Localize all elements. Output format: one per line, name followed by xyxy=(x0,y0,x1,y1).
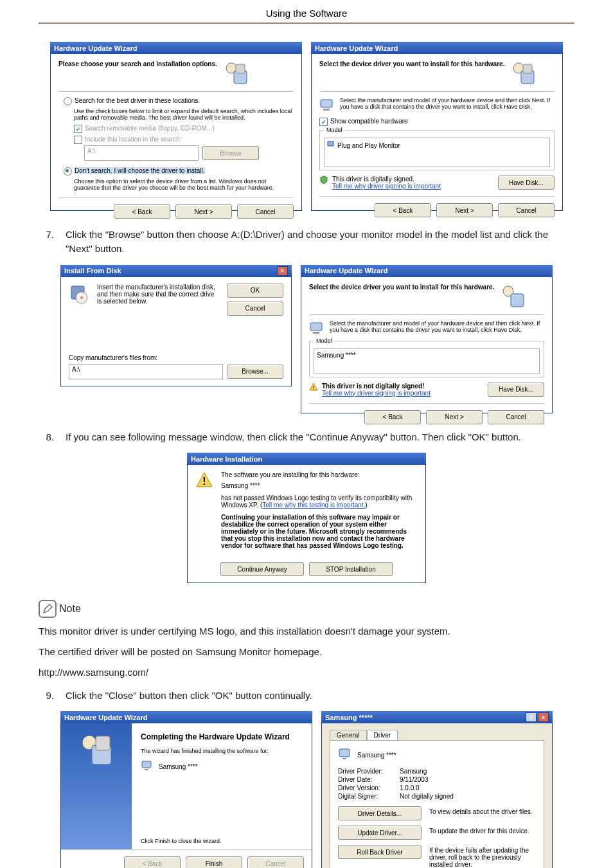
window-title: Hardware Update Wizard xyxy=(64,714,148,721)
radio-dont-search-label: Don't search. I will choose the driver t… xyxy=(75,167,205,174)
path-input[interactable]: A:\ xyxy=(84,145,199,161)
monitor-icon xyxy=(338,747,352,763)
note-url: http://www.samsung.com/ xyxy=(39,665,574,680)
driver-instruction: Select the manufacturer and model of you… xyxy=(340,97,555,113)
signer-value: Not digitally signed xyxy=(400,793,454,800)
titlebar: Hardware Update Wizard xyxy=(311,42,563,54)
signer-label: Digital Signer: xyxy=(338,793,393,800)
date-value: 9/11/2003 xyxy=(400,776,429,783)
browse-button[interactable]: Browse xyxy=(202,146,259,160)
svg-rect-24 xyxy=(342,758,346,759)
model-item[interactable]: Plug and Play Monitor xyxy=(337,142,400,149)
svg-rect-7 xyxy=(323,109,330,111)
have-disk-button[interactable]: Have Disk... xyxy=(498,176,555,190)
step-text: If you can see following message window,… xyxy=(66,430,521,444)
tab-driver[interactable]: Driver xyxy=(367,730,398,740)
model-item[interactable]: Samsung **** xyxy=(317,352,356,359)
stop-installation-button[interactable]: STOP Installation xyxy=(309,562,393,576)
dialog-select-driver-unsigned: Hardware Update Wizard Select the device… xyxy=(301,265,553,413)
next-button[interactable]: Next > xyxy=(175,204,232,219)
page-header: Using the Software xyxy=(39,0,574,24)
svg-text:!: ! xyxy=(202,476,206,487)
click-finish-text: Click Finish to close the wizard. xyxy=(141,838,303,844)
shield-icon xyxy=(319,176,328,190)
wizard-heading: Select the device driver you want to ins… xyxy=(309,284,494,291)
device-name: Samsung **** xyxy=(357,752,396,759)
wizard-heading: Please choose your search and installati… xyxy=(58,60,217,68)
close-icon[interactable]: × xyxy=(277,266,288,276)
svg-rect-2 xyxy=(236,64,245,73)
model-list[interactable]: Plug and Play Monitor xyxy=(324,138,550,167)
have-disk-button[interactable]: Have Disk... xyxy=(488,383,544,397)
cancel-button[interactable]: Cancel xyxy=(498,203,555,217)
svg-rect-21 xyxy=(142,761,151,768)
radio-dont-search[interactable] xyxy=(64,167,72,176)
install-line1: The software you are installing for this… xyxy=(221,471,418,478)
window-title: Hardware Update Wizard xyxy=(305,267,388,275)
svg-rect-5 xyxy=(523,64,532,73)
model-list[interactable]: Samsung **** xyxy=(314,348,540,374)
back-button[interactable]: < Back xyxy=(375,203,431,217)
wizard-icon xyxy=(78,731,115,768)
radio-search-label: Search for the best driver in these loca… xyxy=(75,97,200,104)
wizard-heading: Select the device driver you want to ins… xyxy=(319,60,504,68)
finished-text: The wizard has finished installing the s… xyxy=(141,748,303,754)
browse-button[interactable]: Browse... xyxy=(227,365,283,379)
driver-details-button[interactable]: Driver Details... xyxy=(338,806,422,820)
next-button[interactable]: Next > xyxy=(436,203,493,217)
window-title: Hardware Update Wizard xyxy=(315,44,398,52)
ok-button[interactable]: OK xyxy=(227,284,283,298)
window-title: Install From Disk xyxy=(64,267,121,275)
tab-general[interactable]: General xyxy=(330,730,367,740)
testing-link[interactable]: Tell me why this testing is important. xyxy=(262,502,365,509)
wizard-icon xyxy=(511,60,537,86)
chk-show-compat-label: Show compatible hardware xyxy=(330,118,408,125)
next-button[interactable]: Next > xyxy=(426,410,483,424)
cancel-button[interactable]: Cancel xyxy=(227,302,283,316)
continue-anyway-button[interactable]: Continue Anyway xyxy=(220,562,304,576)
update-driver-button[interactable]: Update Driver... xyxy=(338,826,422,840)
note-block: Note xyxy=(39,600,574,618)
roll-back-button[interactable]: Roll Back Driver xyxy=(338,845,422,859)
close-icon[interactable]: × xyxy=(538,712,549,722)
update-driver-desc: To update the driver for this device. xyxy=(429,826,536,835)
step-7: 7. Click the "Browse" button then choose… xyxy=(39,228,574,256)
step-8: 8. If you can see following message wind… xyxy=(39,430,574,444)
wizard-icon xyxy=(501,284,526,309)
dialog-install-from-disk: Install From Disk × Insert the manufactu… xyxy=(60,265,292,413)
cancel-button[interactable]: Cancel xyxy=(488,410,544,424)
step-number: 8. xyxy=(39,430,54,444)
window-title: Hardware Installation xyxy=(191,455,262,463)
back-button[interactable]: < Back xyxy=(114,204,170,219)
dialog-hardware-installation: Hardware Installation ! The software you… xyxy=(187,453,426,583)
copy-from-label: Copy manufacturer's files from: xyxy=(69,354,283,361)
chk-show-compat[interactable]: ✓ xyxy=(319,118,328,126)
roll-back-desc: If the device fails after updating the d… xyxy=(429,845,536,868)
chk-removable[interactable]: ✓ xyxy=(74,125,82,133)
provider-value: Samsung xyxy=(400,768,427,775)
path-input[interactable]: A:\ xyxy=(69,364,223,379)
back-button[interactable]: < Back xyxy=(124,856,181,868)
help-icon[interactable]: ? xyxy=(526,712,537,722)
provider-label: Driver Provider: xyxy=(338,768,393,775)
driver-details-desc: To view details about the driver files. xyxy=(429,806,536,815)
back-button[interactable]: < Back xyxy=(364,410,421,424)
warning-icon: ! xyxy=(309,383,318,397)
cancel-button[interactable]: Cancel xyxy=(237,204,294,219)
dialog-completing-wizard: Hardware Update Wizard Completing the Ha… xyxy=(60,711,312,868)
signing-link[interactable]: Tell me why driver signing is important xyxy=(332,183,441,190)
pencil-icon xyxy=(39,600,57,618)
finish-button[interactable]: Finish xyxy=(186,856,242,868)
svg-rect-23 xyxy=(339,749,350,757)
version-label: Driver Version: xyxy=(338,784,393,791)
disk-icon xyxy=(69,284,91,316)
signing-link[interactable]: Tell me why driver signing is important xyxy=(322,390,431,397)
install-text: Insert the manufacturer's installation d… xyxy=(97,284,220,316)
cancel-button[interactable]: Cancel xyxy=(247,856,304,868)
dialog-select-driver: Hardware Update Wizard Select the device… xyxy=(311,42,563,211)
chk-location[interactable] xyxy=(74,136,82,144)
figure-row-1: Hardware Update Wizard Please choose you… xyxy=(39,42,574,211)
radio-search[interactable] xyxy=(64,97,72,105)
model-label: Model xyxy=(314,338,335,344)
date-label: Driver Date: xyxy=(338,776,393,783)
